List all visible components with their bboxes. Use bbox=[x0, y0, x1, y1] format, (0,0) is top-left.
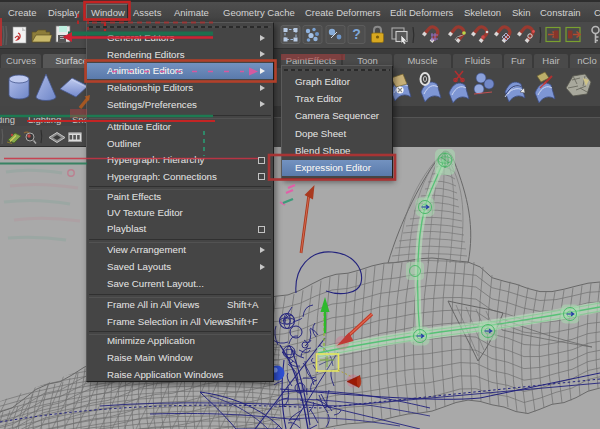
svg-text:?: ? bbox=[352, 26, 361, 42]
